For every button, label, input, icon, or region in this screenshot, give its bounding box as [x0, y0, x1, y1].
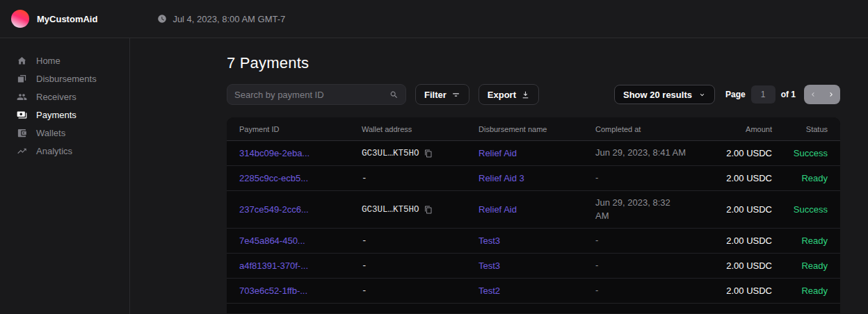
wallet-address: -	[362, 236, 367, 246]
brand-logo	[11, 10, 29, 28]
search-icon	[389, 90, 399, 99]
table-partial-row	[227, 304, 840, 313]
sidebar-item-disbursements[interactable]: Disbursements	[0, 69, 129, 88]
page-number-input[interactable]	[751, 85, 775, 104]
completed-at: -	[595, 259, 698, 272]
copy-icon[interactable]	[424, 149, 433, 158]
disbursement-link[interactable]: Test2	[479, 286, 500, 296]
search-input[interactable]	[234, 90, 389, 100]
wallet-address-cell: GC3UL…KT5HO	[362, 205, 479, 215]
col-wallet-address: Wallet address	[362, 125, 479, 133]
filter-icon	[451, 90, 460, 99]
sidebar-item-label: Receivers	[36, 92, 77, 102]
wallet-address-cell: GC3UL…KT5HO	[362, 149, 479, 158]
wallet-address: GC3UL…KT5HO	[362, 205, 419, 215]
status-badge: Ready	[772, 261, 828, 271]
status-badge: Ready	[772, 173, 828, 183]
wallet-address: GC3UL…KT5HO	[362, 149, 419, 158]
status-badge: Ready	[772, 286, 828, 296]
amount: 2.00 USDC	[698, 148, 772, 158]
table-row: 314bc09e-2eba... GC3UL…KT5HO Relief Aid …	[227, 141, 840, 166]
amount: 2.00 USDC	[698, 261, 772, 271]
export-button-label: Export	[488, 90, 516, 100]
status-badge: Ready	[772, 236, 828, 246]
pagination-controls: Show 20 results Page of 1	[614, 85, 840, 104]
chevron-left-icon	[809, 90, 817, 99]
payment-id-link[interactable]: 703e6c52-1ffb-...	[239, 286, 307, 296]
chevron-right-icon	[827, 90, 835, 99]
analytics-icon	[17, 146, 27, 156]
sidebar-item-payments[interactable]: Payments	[0, 106, 129, 124]
controls-row: Filter Export Show 20 results Pag	[227, 84, 840, 105]
receivers-icon	[17, 92, 27, 102]
main-content: 7 Payments Filter Export	[130, 38, 868, 314]
wallets-icon	[17, 128, 27, 138]
page-title: 7 Payments	[227, 54, 840, 72]
copy-icon[interactable]	[424, 206, 433, 214]
col-payment-id: Payment ID	[239, 125, 362, 133]
datetime-text: Jul 4, 2023, 8:00 AM GMT-7	[172, 14, 285, 24]
disbursement-link[interactable]: Relief Aid	[479, 204, 517, 215]
completed-at: -	[595, 172, 698, 185]
disbursement-link[interactable]: Relief Aid	[479, 148, 517, 158]
pager	[804, 85, 840, 104]
wallet-address-cell: -	[362, 261, 479, 271]
disbursement-link[interactable]: Relief Aid 3	[479, 173, 524, 183]
export-button[interactable]: Export	[479, 84, 539, 105]
results-per-page-label: Show 20 results	[623, 90, 692, 100]
completed-at: -	[595, 234, 698, 247]
next-page-button[interactable]	[822, 90, 840, 99]
completed-at: Jun 29, 2023, 8:32 AM	[595, 197, 677, 223]
col-disbursement-name: Disbursement name	[479, 125, 595, 133]
col-completed-at: Completed at	[595, 125, 698, 133]
payment-id-link[interactable]: a4f81391-370f-...	[239, 261, 308, 271]
sidebar-item-wallets[interactable]: Wallets	[0, 124, 129, 142]
results-per-page-select[interactable]: Show 20 results	[614, 85, 715, 104]
amount: 2.00 USDC	[698, 236, 772, 246]
top-bar: MyCustomAid Jul 4, 2023, 8:00 AM GMT-7	[0, 0, 868, 38]
completed-at: -	[595, 284, 698, 297]
wallet-address: -	[362, 286, 367, 296]
sidebar: HomeDisbursementsReceiversPaymentsWallet…	[0, 38, 130, 314]
page-label: Page	[725, 90, 746, 99]
disbursements-icon	[17, 74, 27, 84]
table-body: 314bc09e-2eba... GC3UL…KT5HO Relief Aid …	[227, 141, 840, 304]
table-row: 2285c9cc-ecb5... - Relief Aid 3 - 2.00 U…	[227, 166, 840, 191]
filter-button[interactable]: Filter	[415, 84, 469, 105]
home-icon	[17, 56, 27, 66]
sidebar-item-label: Home	[36, 56, 61, 66]
table-row: a4f81391-370f-... - Test3 - 2.00 USDC Re…	[227, 254, 840, 279]
table-row: 703e6c52-1ffb-... - Test2 - 2.00 USDC Re…	[227, 279, 840, 304]
topbar-datetime: Jul 4, 2023, 8:00 AM GMT-7	[157, 14, 285, 24]
filter-button-label: Filter	[424, 90, 447, 100]
table-row: 7e45a864-450... - Test3 - 2.00 USDC Read…	[227, 229, 840, 254]
table-header: Payment ID Wallet address Disbursement n…	[227, 117, 840, 141]
disbursement-link[interactable]: Test3	[479, 261, 500, 271]
wallet-address: -	[362, 174, 367, 183]
sidebar-item-receivers[interactable]: Receivers	[0, 88, 129, 106]
payment-id-link[interactable]: 314bc09e-2eba...	[239, 148, 310, 158]
wallet-address: -	[362, 261, 367, 271]
previous-page-button[interactable]	[804, 90, 822, 99]
disbursement-link[interactable]: Test3	[479, 236, 500, 246]
table-row: 237ce549-2cc6... GC3UL…KT5HO Relief Aid …	[227, 191, 840, 229]
completed-at: Jun 29, 2023, 8:41 AM	[595, 147, 698, 160]
download-icon	[521, 90, 530, 99]
chevron-down-icon	[698, 91, 706, 99]
payment-id-link[interactable]: 7e45a864-450...	[239, 236, 305, 246]
sidebar-item-label: Analytics	[36, 146, 72, 156]
payments-table: Payment ID Wallet address Disbursement n…	[227, 117, 840, 313]
search-box[interactable]	[227, 84, 406, 105]
sidebar-item-analytics[interactable]: Analytics	[0, 142, 129, 160]
status-badge: Success	[772, 148, 828, 158]
clock-icon	[157, 14, 167, 24]
payment-id-link[interactable]: 2285c9cc-ecb5...	[239, 173, 308, 183]
status-badge: Success	[772, 204, 828, 215]
wallet-address-cell: -	[362, 174, 479, 183]
amount: 2.00 USDC	[698, 204, 772, 215]
payments-icon	[17, 110, 27, 120]
wallet-address-cell: -	[362, 286, 479, 296]
payment-id-link[interactable]: 237ce549-2cc6...	[239, 204, 309, 215]
sidebar-item-home[interactable]: Home	[0, 51, 129, 69]
sidebar-item-label: Payments	[36, 110, 77, 120]
